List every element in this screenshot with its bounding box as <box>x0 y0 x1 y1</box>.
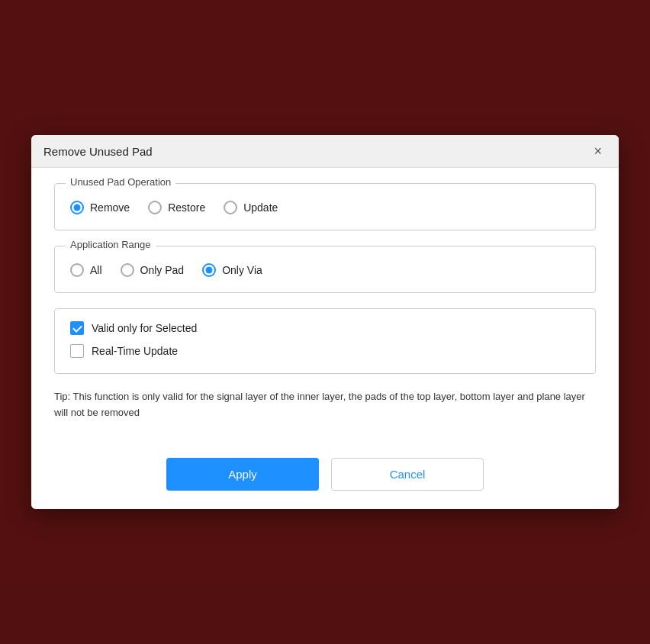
radio-all[interactable]: All <box>70 263 102 277</box>
radio-only-pad-label: Only Pad <box>140 264 185 276</box>
dialog-body: Unused Pad Operation Remove Restore Upda… <box>31 168 619 458</box>
radio-update-input[interactable] <box>224 201 237 214</box>
unused-pad-operation-section: Unused Pad Operation Remove Restore Upda… <box>54 183 596 230</box>
real-time-update-item[interactable]: Real-Time Update <box>70 344 580 358</box>
dialog-footer: Apply Cancel <box>31 458 619 509</box>
unused-pad-operation-group: Remove Restore Update <box>70 201 580 214</box>
apply-button[interactable]: Apply <box>166 458 319 491</box>
close-button[interactable]: × <box>589 143 607 159</box>
radio-only-via[interactable]: Only Via <box>202 263 262 277</box>
valid-only-for-selected-checkbox[interactable] <box>70 321 84 335</box>
radio-only-pad-input[interactable] <box>121 263 134 277</box>
valid-only-for-selected-label: Valid only for Selected <box>92 322 197 334</box>
radio-only-pad[interactable]: Only Pad <box>121 263 185 277</box>
radio-restore-label: Restore <box>168 201 205 214</box>
application-range-section: Application Range All Only Pad Only Via <box>54 246 596 293</box>
unused-pad-operation-label: Unused Pad Operation <box>66 176 175 188</box>
radio-restore-input[interactable] <box>148 201 162 214</box>
real-time-update-label: Real-Time Update <box>92 345 178 357</box>
radio-remove[interactable]: Remove <box>70 201 130 214</box>
radio-remove-input[interactable] <box>70 201 84 214</box>
cancel-button[interactable]: Cancel <box>331 458 484 491</box>
radio-restore[interactable]: Restore <box>148 201 205 214</box>
tip-text: Tip: This function is only valid for the… <box>54 389 596 421</box>
valid-only-for-selected-item[interactable]: Valid only for Selected <box>70 321 580 335</box>
application-range-group: All Only Pad Only Via <box>70 263 580 277</box>
radio-only-via-input[interactable] <box>202 263 216 277</box>
radio-all-input[interactable] <box>70 263 84 277</box>
radio-update[interactable]: Update <box>224 201 278 214</box>
radio-all-label: All <box>90 264 102 276</box>
checkboxes-section: Valid only for Selected Real-Time Update <box>54 308 596 374</box>
dialog-title: Remove Unused Pad <box>43 145 153 158</box>
dialog: Remove Unused Pad × Unused Pad Operation… <box>31 135 619 509</box>
real-time-update-checkbox[interactable] <box>70 344 84 358</box>
radio-only-via-label: Only Via <box>222 264 262 276</box>
radio-remove-label: Remove <box>90 201 130 214</box>
radio-update-label: Update <box>243 201 278 214</box>
application-range-label: Application Range <box>66 239 156 250</box>
dialog-header: Remove Unused Pad × <box>31 135 619 168</box>
